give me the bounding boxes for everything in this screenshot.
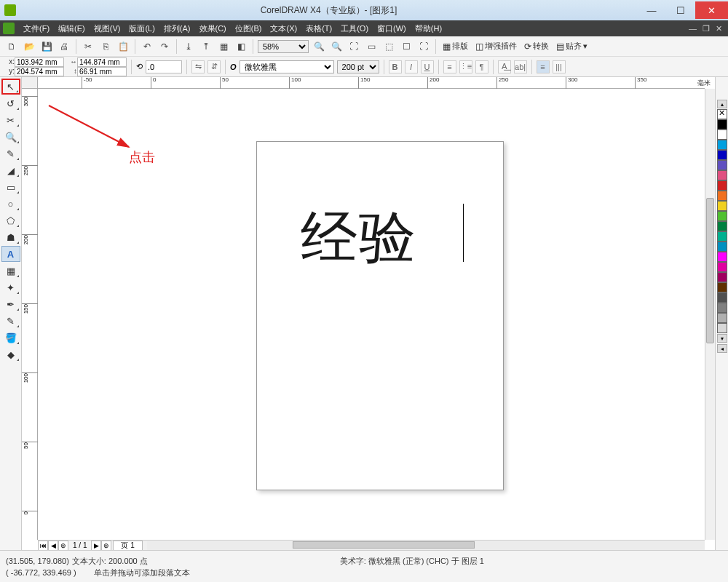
new-button[interactable]: 🗋	[4, 39, 19, 54]
menu-arrange[interactable]: 排列(A)	[159, 23, 195, 34]
color-swatch[interactable]	[717, 272, 727, 282]
crop-tool[interactable]: ✂	[1, 112, 20, 128]
zoom-all-icon[interactable]: ☐	[399, 39, 414, 54]
add-page-before-button[interactable]: ⊕	[58, 541, 68, 551]
zoom-out-icon[interactable]: 🔍	[329, 39, 344, 54]
vertical-scrollbar[interactable]	[705, 89, 715, 540]
doc-restore-button[interactable]: ❐	[700, 24, 713, 33]
plugin-button[interactable]: ◫增强插件	[473, 41, 519, 52]
undo-button[interactable]: ↶	[140, 39, 154, 54]
palette-scroll-down[interactable]: ▾	[717, 334, 727, 343]
horizontal-ruler[interactable]: -50050100150200250300350	[38, 77, 705, 89]
close-button[interactable]: ✕	[695, 1, 728, 19]
save-button[interactable]: 💾	[39, 39, 54, 54]
edit-text-button[interactable]: ab|	[514, 60, 527, 73]
height-input[interactable]	[77, 67, 127, 76]
open-button[interactable]: 📂	[22, 39, 36, 54]
next-page-button[interactable]: ▶	[91, 541, 101, 551]
zoom-level-select[interactable]: 58%	[258, 40, 309, 53]
menu-help[interactable]: 帮助(H)	[411, 23, 446, 34]
text-vertical-button[interactable]: |||	[553, 60, 566, 73]
interactive-tool[interactable]: ✦	[1, 279, 20, 295]
menu-window[interactable]: 窗口(W)	[373, 23, 411, 34]
color-swatch[interactable]	[717, 221, 727, 231]
basic-shapes-tool[interactable]: ☗	[1, 229, 20, 245]
document-page[interactable]: 经验	[256, 141, 504, 490]
char-format-button[interactable]: A͟	[498, 60, 511, 73]
polygon-tool[interactable]: ⬠	[1, 212, 20, 228]
color-swatch[interactable]	[717, 313, 727, 323]
minimize-button[interactable]: —	[637, 1, 666, 19]
color-swatch[interactable]	[717, 303, 727, 313]
y-position-input[interactable]	[15, 67, 64, 76]
x-position-input[interactable]	[15, 57, 64, 67]
vertical-ruler[interactable]: 300250200150100500	[22, 89, 38, 540]
rotation-input[interactable]	[146, 60, 182, 73]
no-color-swatch[interactable]	[717, 109, 727, 119]
menu-tools[interactable]: 工具(O)	[336, 23, 373, 34]
bullets-button[interactable]: ⋮≡	[459, 60, 472, 73]
menu-bitmap[interactable]: 位图(B)	[231, 23, 266, 34]
color-swatch[interactable]	[717, 323, 727, 333]
zoom-tool[interactable]: 🔍	[1, 129, 20, 145]
menu-edit[interactable]: 编辑(E)	[54, 23, 90, 34]
mirror-v-button[interactable]: ⇵	[207, 60, 221, 73]
convert-button[interactable]: ⟳转换	[522, 41, 551, 52]
ellipse-tool[interactable]: ○	[1, 196, 20, 212]
cut-button[interactable]: ✂	[81, 39, 95, 54]
redo-button[interactable]: ↷	[157, 39, 172, 54]
doc-minimize-button[interactable]: —	[686, 24, 700, 33]
copy-button[interactable]: ⎘	[98, 39, 113, 54]
text-tool[interactable]: A	[1, 246, 20, 262]
menu-file[interactable]: 文件(F)	[19, 23, 54, 34]
align-button[interactable]: ▤贴齐▾	[554, 41, 590, 52]
font-size-select[interactable]: 200 pt	[337, 60, 379, 73]
artistic-text-object[interactable]: 经验	[301, 200, 417, 276]
fullscreen-icon[interactable]: ⛶	[416, 39, 431, 54]
page-tab[interactable]: 页 1	[113, 541, 142, 551]
zoom-in-icon[interactable]: 🔍	[312, 39, 326, 54]
color-swatch[interactable]	[717, 252, 727, 262]
color-swatch[interactable]	[717, 292, 727, 303]
doc-close-button[interactable]: ✕	[713, 24, 725, 33]
import-button[interactable]: ⤓	[181, 39, 196, 54]
zoom-page-icon[interactable]: ▭	[364, 39, 379, 54]
add-page-after-button[interactable]: ⊕	[101, 541, 111, 551]
zoom-selection-icon[interactable]: ⬚	[381, 39, 396, 54]
mirror-h-button[interactable]: ⇋	[191, 60, 205, 73]
prev-page-button[interactable]: ◀	[48, 541, 58, 551]
color-swatch[interactable]	[717, 231, 727, 242]
zoom-fit-icon[interactable]: ⛶	[347, 39, 361, 54]
palette-flyout[interactable]: ◂	[717, 344, 727, 353]
alignment-button[interactable]: ≡	[443, 60, 456, 73]
color-swatch[interactable]	[717, 119, 727, 129]
menu-effects[interactable]: 效果(C)	[195, 23, 231, 34]
bold-button[interactable]: B	[389, 60, 402, 73]
horizontal-scrollbar[interactable]	[147, 541, 705, 550]
scrollbar-thumb[interactable]	[293, 541, 475, 549]
scrollbar-thumb[interactable]	[706, 198, 714, 343]
color-swatch[interactable]	[717, 282, 727, 292]
italic-button[interactable]: I	[405, 60, 418, 73]
menu-view[interactable]: 视图(V)	[90, 23, 125, 34]
menu-layout[interactable]: 版面(L)	[124, 23, 159, 34]
interactive-fill-tool[interactable]: ◆	[1, 346, 20, 362]
fill-tool[interactable]: 🪣	[1, 330, 20, 346]
color-swatch[interactable]	[717, 262, 727, 272]
smart-fill-tool[interactable]: ◢	[1, 162, 20, 178]
color-swatch[interactable]	[717, 170, 727, 180]
color-swatch[interactable]	[717, 191, 727, 201]
color-swatch[interactable]	[717, 180, 727, 191]
color-swatch[interactable]	[717, 242, 727, 252]
welcome-button[interactable]: ◧	[234, 39, 248, 54]
color-swatch[interactable]	[717, 150, 727, 160]
layout-button[interactable]: ▦排版	[440, 41, 470, 52]
print-button[interactable]: 🖨	[57, 39, 71, 54]
ruler-origin[interactable]	[22, 77, 38, 89]
width-input[interactable]	[77, 57, 127, 67]
dropcap-button[interactable]: ¶	[475, 60, 488, 73]
maximize-button[interactable]: ☐	[666, 1, 695, 19]
export-button[interactable]: ⤒	[199, 39, 213, 54]
table-tool[interactable]: ▦	[1, 263, 20, 279]
pick-tool[interactable]: ↖	[1, 79, 20, 95]
